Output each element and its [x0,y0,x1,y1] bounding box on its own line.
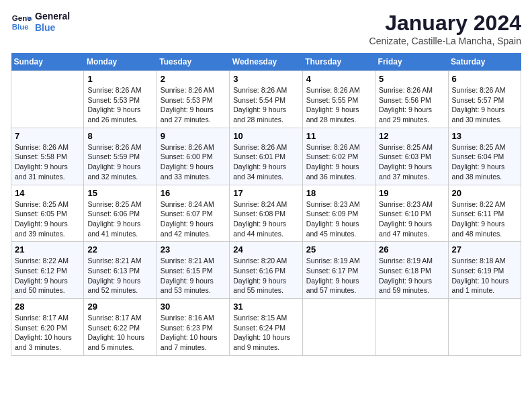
calendar-cell: 3Sunrise: 8:26 AMSunset: 5:54 PMDaylight… [230,71,302,128]
week-row-5: 28Sunrise: 8:17 AMSunset: 6:20 PMDayligh… [11,299,521,356]
day-number: 26 [379,244,444,255]
day-info: Sunrise: 8:18 AMSunset: 6:19 PMDaylight:… [452,256,517,295]
day-number: 23 [161,244,226,255]
day-info: Sunrise: 8:26 AMSunset: 5:58 PMDaylight:… [15,142,80,182]
calendar-cell: 28Sunrise: 8:17 AMSunset: 6:20 PMDayligh… [11,299,84,356]
calendar-cell: 25Sunrise: 8:19 AMSunset: 6:17 PMDayligh… [302,242,375,299]
calendar-cell: 10Sunrise: 8:26 AMSunset: 6:01 PMDayligh… [230,128,302,185]
weekday-header-monday: Monday [84,53,157,71]
day-number: 11 [306,131,371,141]
calendar-cell: 30Sunrise: 8:16 AMSunset: 6:23 PMDayligh… [157,299,229,356]
day-number: 7 [15,131,80,141]
day-number: 9 [161,131,226,141]
day-number: 15 [87,188,152,198]
day-number: 24 [233,244,298,255]
day-info: Sunrise: 8:24 AMSunset: 6:08 PMDaylight:… [233,199,298,239]
day-info: Sunrise: 8:23 AMSunset: 6:10 PMDaylight:… [379,199,444,239]
day-number: 18 [306,188,371,198]
day-info: Sunrise: 8:26 AMSunset: 6:01 PMDaylight:… [233,142,298,182]
day-number: 19 [379,188,444,198]
calendar-cell: 4Sunrise: 8:26 AMSunset: 5:55 PMDaylight… [302,71,375,128]
day-number: 16 [161,188,226,198]
calendar-cell [375,299,448,356]
calendar-cell: 2Sunrise: 8:26 AMSunset: 5:53 PMDaylight… [157,71,229,128]
day-number: 17 [233,188,298,198]
day-number: 20 [452,188,517,198]
location-subtitle: Cenizate, Castille-La Mancha, Spain [369,36,521,46]
day-number: 10 [233,131,298,141]
logo: General Blue General Blue [11,11,70,34]
calendar-cell: 12Sunrise: 8:25 AMSunset: 6:03 PMDayligh… [375,128,448,185]
week-row-4: 21Sunrise: 8:22 AMSunset: 6:12 PMDayligh… [11,242,521,299]
calendar-cell: 21Sunrise: 8:22 AMSunset: 6:12 PMDayligh… [11,242,84,299]
page-header: General Blue General Blue January 2024 C… [11,11,521,46]
calendar-cell: 17Sunrise: 8:24 AMSunset: 6:08 PMDayligh… [230,185,302,242]
calendar-cell [11,71,84,128]
calendar-cell: 6Sunrise: 8:26 AMSunset: 5:57 PMDaylight… [448,71,521,128]
day-number: 21 [15,244,80,255]
day-info: Sunrise: 8:19 AMSunset: 6:17 PMDaylight:… [306,256,371,295]
day-info: Sunrise: 8:19 AMSunset: 6:18 PMDaylight:… [379,256,444,295]
calendar-cell: 8Sunrise: 8:26 AMSunset: 5:59 PMDaylight… [84,128,157,185]
logo-icon: General Blue [11,11,32,33]
day-info: Sunrise: 8:25 AMSunset: 6:05 PMDaylight:… [15,199,80,239]
day-info: Sunrise: 8:24 AMSunset: 6:07 PMDaylight:… [161,199,226,239]
calendar-cell: 11Sunrise: 8:26 AMSunset: 6:02 PMDayligh… [302,128,375,185]
day-number: 31 [233,302,298,312]
calendar-cell: 13Sunrise: 8:25 AMSunset: 6:04 PMDayligh… [448,128,521,185]
week-row-1: 1Sunrise: 8:26 AMSunset: 5:53 PMDaylight… [11,71,521,128]
day-info: Sunrise: 8:26 AMSunset: 6:02 PMDaylight:… [306,142,371,182]
day-info: Sunrise: 8:22 AMSunset: 6:12 PMDaylight:… [15,256,80,295]
day-info: Sunrise: 8:17 AMSunset: 6:22 PMDaylight:… [87,313,152,353]
day-info: Sunrise: 8:26 AMSunset: 6:00 PMDaylight:… [161,142,226,182]
weekday-header-wednesday: Wednesday [230,53,302,71]
day-number: 27 [452,244,517,255]
day-number: 28 [15,302,80,312]
month-year-title: January 2024 [369,11,521,36]
calendar-cell: 9Sunrise: 8:26 AMSunset: 6:00 PMDaylight… [157,128,229,185]
calendar-cell: 26Sunrise: 8:19 AMSunset: 6:18 PMDayligh… [375,242,448,299]
weekday-header-sunday: Sunday [11,53,84,71]
calendar-cell: 22Sunrise: 8:21 AMSunset: 6:13 PMDayligh… [84,242,157,299]
day-info: Sunrise: 8:26 AMSunset: 5:55 PMDaylight:… [306,85,371,125]
day-number: 6 [452,74,517,84]
calendar-cell: 19Sunrise: 8:23 AMSunset: 6:10 PMDayligh… [375,185,448,242]
day-number: 29 [87,302,152,312]
day-number: 13 [452,131,517,141]
day-number: 2 [161,74,226,84]
logo-line1: General [35,11,70,22]
day-info: Sunrise: 8:21 AMSunset: 6:15 PMDaylight:… [161,256,226,295]
day-info: Sunrise: 8:26 AMSunset: 5:59 PMDaylight:… [87,142,152,182]
day-number: 1 [87,74,152,84]
day-number: 25 [306,244,371,255]
svg-text:Blue: Blue [12,22,30,30]
weekday-header-friday: Friday [375,53,448,71]
day-info: Sunrise: 8:25 AMSunset: 6:04 PMDaylight:… [452,142,517,182]
day-info: Sunrise: 8:26 AMSunset: 5:56 PMDaylight:… [379,85,444,125]
day-info: Sunrise: 8:17 AMSunset: 6:20 PMDaylight:… [15,313,80,353]
logo-line2: Blue [35,22,70,34]
calendar-cell: 23Sunrise: 8:21 AMSunset: 6:15 PMDayligh… [157,242,229,299]
day-info: Sunrise: 8:21 AMSunset: 6:13 PMDaylight:… [87,256,152,295]
calendar-table: SundayMondayTuesdayWednesdayThursdayFrid… [11,53,521,356]
calendar-cell: 24Sunrise: 8:20 AMSunset: 6:16 PMDayligh… [230,242,302,299]
day-info: Sunrise: 8:26 AMSunset: 5:53 PMDaylight:… [161,85,226,125]
day-info: Sunrise: 8:20 AMSunset: 6:16 PMDaylight:… [233,256,298,295]
week-row-3: 14Sunrise: 8:25 AMSunset: 6:05 PMDayligh… [11,185,521,242]
weekday-header-saturday: Saturday [448,53,521,71]
title-section: January 2024 Cenizate, Castille-La Manch… [369,11,521,46]
day-info: Sunrise: 8:15 AMSunset: 6:24 PMDaylight:… [233,313,298,353]
weekday-header-thursday: Thursday [302,53,375,71]
week-row-2: 7Sunrise: 8:26 AMSunset: 5:58 PMDaylight… [11,128,521,185]
calendar-cell: 15Sunrise: 8:25 AMSunset: 6:06 PMDayligh… [84,185,157,242]
calendar-cell: 18Sunrise: 8:23 AMSunset: 6:09 PMDayligh… [302,185,375,242]
day-info: Sunrise: 8:16 AMSunset: 6:23 PMDaylight:… [161,313,226,353]
day-number: 5 [379,74,444,84]
day-info: Sunrise: 8:26 AMSunset: 5:54 PMDaylight:… [233,85,298,125]
day-number: 12 [379,131,444,141]
day-info: Sunrise: 8:23 AMSunset: 6:09 PMDaylight:… [306,199,371,239]
weekday-header-row: SundayMondayTuesdayWednesdayThursdayFrid… [11,53,521,71]
calendar-cell: 7Sunrise: 8:26 AMSunset: 5:58 PMDaylight… [11,128,84,185]
calendar-cell: 5Sunrise: 8:26 AMSunset: 5:56 PMDaylight… [375,71,448,128]
day-info: Sunrise: 8:25 AMSunset: 6:03 PMDaylight:… [379,142,444,182]
